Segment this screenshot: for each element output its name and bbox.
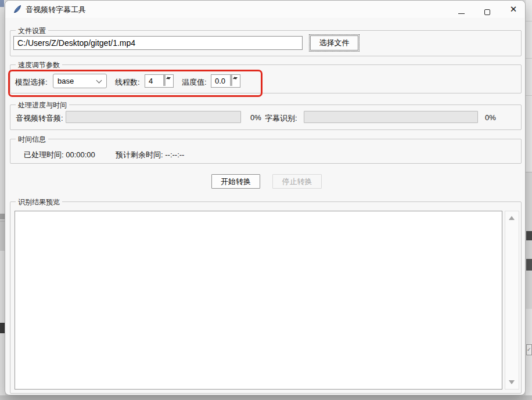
app-window: 音视频转字幕工具 ✕ 文件设置 选择文件 速度调节参数 模型选择: base 线… [5, 0, 526, 395]
minimize-button[interactable] [451, 1, 471, 18]
background-divider [526, 95, 532, 96]
temperature-value: 0.0 [215, 77, 225, 85]
arrow-down-icon [167, 77, 171, 80]
speed-params-group-label: 速度调节参数 [16, 60, 62, 70]
recognition-preview-textarea[interactable] [15, 211, 502, 390]
file-path-input[interactable] [13, 36, 303, 50]
background-glyph-fragment [526, 259, 532, 271]
stop-conversion-button[interactable]: 停止转换 [272, 174, 322, 189]
window-title: 音视频转字幕工具 [26, 5, 86, 15]
background-glyph-fragment [526, 231, 532, 240]
arrow-down-icon [234, 77, 238, 80]
model-combobox-value: base [57, 77, 74, 85]
chevron-down-icon [96, 78, 102, 84]
background-icon-fragment [0, 0, 4, 7]
file-settings-group-label: 文件设置 [16, 26, 48, 36]
minimize-icon [458, 13, 465, 14]
audio-progress-bar [66, 111, 241, 123]
elapsed-time-text: 已处理时间: 00:00:00 [24, 150, 95, 160]
close-button[interactable]: ✕ [504, 1, 523, 18]
spinner-arrows [230, 75, 239, 87]
audio-progress-percent: 0% [250, 113, 261, 122]
tk-feather-icon [13, 5, 22, 14]
progress-group-label: 处理进度与时间 [16, 100, 69, 110]
title-bar[interactable]: 音视频转字幕工具 ✕ [5, 1, 525, 18]
model-select-label: 模型选择: [15, 77, 48, 88]
threads-spinner[interactable]: 4 [145, 74, 174, 88]
time-info-group-label: 时间信息 [16, 135, 48, 145]
background-checkbox-fragment: ✓ [526, 344, 532, 355]
maximize-button[interactable] [477, 1, 497, 18]
subtitle-progress-label: 字幕识别: [265, 113, 297, 124]
background-bottom-strip [0, 395, 532, 400]
spin-down-button[interactable] [231, 75, 232, 86]
maximize-icon [484, 9, 490, 15]
scroll-down-icon[interactable] [509, 380, 515, 384]
threads-value: 4 [149, 77, 153, 85]
close-icon: ✕ [504, 1, 523, 18]
scroll-up-icon[interactable] [509, 216, 515, 220]
background-divider [526, 58, 532, 59]
temperature-label: 温度值: [182, 77, 207, 88]
background-right-strip: ✓ [526, 0, 532, 400]
subtitle-progress-percent: 0% [485, 113, 496, 122]
model-combobox[interactable]: base [53, 74, 107, 88]
background-block-fragment [526, 172, 532, 309]
spin-down-button[interactable] [164, 75, 166, 86]
preview-scrollbar[interactable] [505, 211, 519, 390]
select-file-button[interactable]: 选择文件 [310, 35, 358, 51]
audio-progress-label: 音视频转音频: [16, 113, 63, 124]
background-divider [526, 21, 532, 21]
temperature-spinner[interactable]: 0.0 [211, 74, 240, 88]
subtitle-progress-bar [304, 111, 478, 123]
remaining-time-text: 预计剩余时间: --:--:-- [116, 150, 184, 160]
spinner-arrows [163, 75, 172, 87]
start-conversion-button[interactable]: 开始转换 [211, 174, 260, 189]
threads-label: 线程数: [115, 77, 140, 88]
preview-group-label: 识别结果预览 [16, 197, 62, 207]
